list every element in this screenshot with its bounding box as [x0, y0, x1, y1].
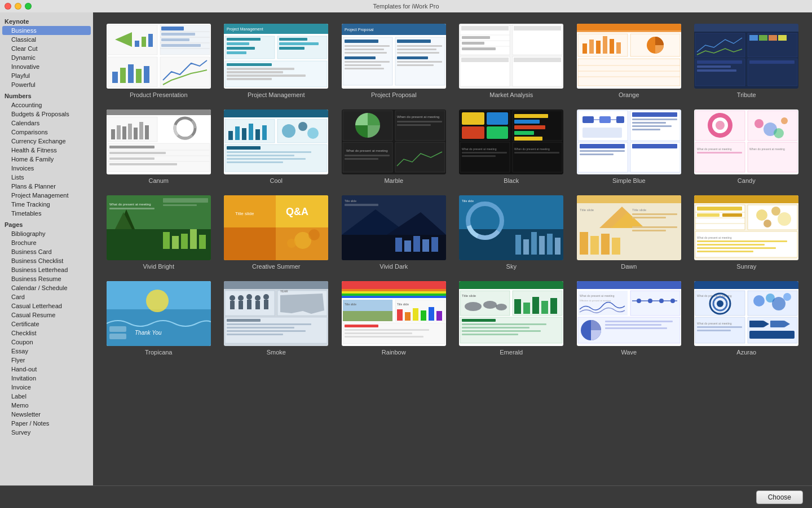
template-item-rainbow[interactable]: Title slide Title slide: [339, 281, 448, 356]
svg-rect-245: [422, 239, 429, 252]
sidebar-item-lists[interactable]: Lists: [0, 173, 93, 182]
template-item-creative-summer[interactable]: Q&A Title slide Creative Summer: [222, 195, 331, 270]
template-item-wave[interactable]: What do present at meeting Effective do …: [575, 281, 683, 356]
sidebar-item-handout[interactable]: Hand-out: [0, 365, 93, 374]
template-item-sunray[interactable]: What do present at meeting Sunray: [692, 195, 801, 270]
svg-rect-272: [632, 226, 677, 228]
template-item-product-presentation[interactable]: Product Presentation: [104, 24, 213, 98]
template-item-black[interactable]: What do present at meeting When do prese…: [457, 110, 566, 184]
sidebar-item-budgets[interactable]: Budgets & Proposals: [0, 110, 93, 119]
sidebar-item-businesschecklist[interactable]: Business Checklist: [0, 256, 93, 265]
sidebar-item-flyer[interactable]: Flyer: [0, 356, 93, 365]
svg-rect-44: [345, 40, 378, 43]
svg-rect-124: [109, 157, 155, 160]
svg-rect-346: [459, 281, 563, 289]
template-item-smoke[interactable]: YEAR Smoke: [222, 281, 331, 356]
svg-rect-257: [539, 236, 545, 255]
svg-rect-206: [695, 142, 745, 172]
sidebar-item-health[interactable]: Health & Fitness: [0, 146, 93, 155]
sidebar-item-casualresume[interactable]: Casual Resume: [0, 310, 93, 319]
sidebar-item-home[interactable]: Home & Family: [0, 155, 93, 164]
sidebar-item-dynamic[interactable]: Dynamic: [0, 53, 93, 62]
sidebar-item-casualletterhead[interactable]: Casual Letterhead: [0, 301, 93, 310]
svg-rect-172: [462, 155, 496, 157]
sidebar-item-businesscard[interactable]: Business Card: [0, 247, 93, 256]
sidebar-item-certificate[interactable]: Certificate: [0, 319, 93, 329]
template-item-project-proposal[interactable]: Project Proposal: [339, 24, 448, 98]
sidebar-item-currency[interactable]: Currency Exchange: [0, 137, 93, 146]
sidebar-item-survey[interactable]: Survey: [0, 428, 93, 437]
svg-rect-169: [460, 142, 510, 172]
close-button[interactable]: [5, 3, 11, 10]
choose-button[interactable]: Choose: [756, 491, 803, 504]
template-item-marble[interactable]: What do present at meeting When do prese…: [339, 110, 448, 184]
window-controls[interactable]: [5, 3, 32, 10]
template-item-canum[interactable]: Canum: [104, 110, 213, 184]
sidebar-item-newsletter[interactable]: Newsletter: [0, 410, 93, 419]
svg-rect-334: [397, 309, 403, 321]
template-item-emerald[interactable]: Title slide: [457, 281, 566, 356]
template-item-sky[interactable]: Title slide Sky: [457, 195, 566, 270]
sidebar-item-playful[interactable]: Playful: [0, 71, 93, 80]
sidebar-item-coupon[interactable]: Coupon: [0, 338, 93, 347]
minimize-button[interactable]: [15, 3, 21, 10]
sidebar-item-classical[interactable]: Classical: [0, 35, 93, 44]
template-item-orange[interactable]: Orange: [575, 24, 683, 98]
sidebar-item-card[interactable]: Card: [0, 292, 93, 301]
sidebar-item-business[interactable]: Business: [2, 26, 91, 35]
template-label-rainbow: Rainbow: [382, 349, 406, 356]
sidebar-item-accounting[interactable]: Accounting: [0, 100, 93, 110]
svg-rect-125: [109, 163, 177, 165]
svg-rect-266: [590, 236, 599, 255]
template-item-tropicana[interactable]: Thank You Tropicana: [104, 281, 213, 356]
sidebar-item-timetables[interactable]: Timetables: [0, 209, 93, 218]
template-item-candy[interactable]: What do present at meeting When do prese…: [692, 110, 801, 184]
template-item-azurao[interactable]: What do present at meeting What do prese…: [692, 281, 801, 356]
sidebar-item-clearcut[interactable]: Clear Cut: [0, 44, 93, 53]
sidebar-item-memo[interactable]: Memo: [0, 401, 93, 410]
template-item-project-management[interactable]: Project Management: [222, 24, 331, 98]
sidebar-item-businessletterhead[interactable]: Business Letterhead: [0, 265, 93, 274]
template-item-market-analysis[interactable]: Market Analysis: [457, 24, 566, 98]
sidebar-item-calendar[interactable]: Calendar / Schedule: [0, 283, 93, 292]
sidebar-item-label[interactable]: Label: [0, 392, 93, 401]
svg-rect-221: [172, 236, 179, 249]
template-item-tribute[interactable]: Tribute: [692, 24, 801, 98]
svg-rect-254: [515, 235, 521, 255]
template-item-cool[interactable]: Cool: [222, 110, 331, 184]
template-thumb-sky: Title slide: [459, 195, 563, 260]
sidebar-item-invoice[interactable]: Invoice: [0, 383, 93, 392]
sidebar-item-innovative[interactable]: Innovative: [0, 62, 93, 71]
sidebar-item-timetracking[interactable]: Time Tracking: [0, 200, 93, 209]
svg-rect-271: [632, 217, 666, 218]
svg-rect-4: [142, 37, 146, 47]
svg-rect-17: [120, 68, 126, 83]
sidebar-item-plans[interactable]: Plans & Planner: [0, 182, 93, 191]
svg-rect-96: [759, 35, 767, 41]
template-label-emerald: Emerald: [500, 349, 523, 356]
svg-rect-309: [247, 300, 251, 309]
sidebar-item-checklist[interactable]: Checklist: [0, 329, 93, 338]
maximize-button[interactable]: [25, 3, 32, 10]
svg-rect-343: [345, 332, 412, 334]
template-item-dawn[interactable]: Title slide Title slide: [575, 195, 683, 270]
sidebar-item-comparisons[interactable]: Comparisons: [0, 128, 93, 137]
sidebar-item-papernotes[interactable]: Paper / Notes: [0, 419, 93, 428]
sidebar-item-invitation[interactable]: Invitation: [0, 374, 93, 383]
sidebar-item-bibliography[interactable]: Bibliography: [0, 229, 93, 238]
sidebar-item-brochure[interactable]: Brochure: [0, 238, 93, 247]
svg-point-297: [146, 290, 169, 312]
sidebar-item-powerful[interactable]: Powerful: [0, 80, 93, 89]
svg-rect-244: [413, 236, 420, 252]
sidebar-item-projectmgmt[interactable]: Project Management: [0, 191, 93, 200]
svg-rect-241: [345, 204, 378, 206]
template-item-simple-blue[interactable]: Simple Blue: [575, 110, 683, 184]
svg-rect-323: [342, 281, 446, 289]
sidebar-item-essay[interactable]: Essay: [0, 347, 93, 356]
template-item-vivid-dark[interactable]: Title slide Vivid Dark: [339, 195, 448, 270]
template-item-vivid-bright[interactable]: What do present at meeting Vivid Bright: [104, 195, 213, 270]
sidebar-item-invoices[interactable]: Invoices: [0, 164, 93, 173]
svg-rect-256: [531, 232, 537, 255]
sidebar-item-businessresume[interactable]: Business Resume: [0, 274, 93, 283]
sidebar-item-calendars[interactable]: Calendars: [0, 119, 93, 128]
